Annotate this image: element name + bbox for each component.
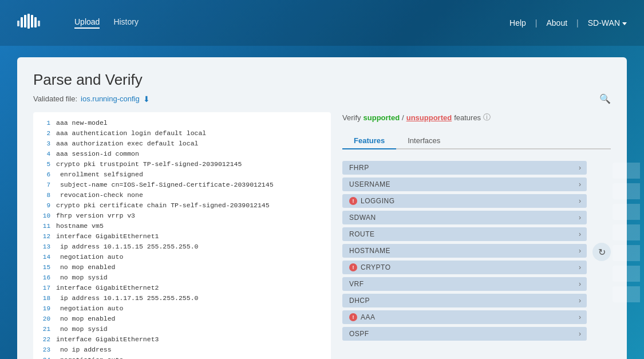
chevron-right-icon: › xyxy=(579,297,581,305)
line-code: interface GigabitEthernet3 xyxy=(56,334,159,345)
right-panel: Verify supported / unsupported features … xyxy=(342,112,611,359)
feature-name: USERNAME xyxy=(349,180,390,188)
chevron-right-icon: › xyxy=(579,330,581,338)
validated-label: Validated file: xyxy=(33,94,77,103)
line-number: 15 xyxy=(38,262,50,273)
code-line: 5crypto pki trustpoint TP-self-signed-20… xyxy=(33,159,331,169)
about-link[interactable]: About xyxy=(547,18,568,27)
feature-item-logging[interactable]: !LOGGING› xyxy=(342,194,587,208)
code-panel: 1aaa new-model2aaa authentication login … xyxy=(33,112,331,359)
line-number: 9 xyxy=(38,200,50,211)
search-icon[interactable]: 🔍 xyxy=(599,93,611,104)
code-line: 16 no mop sysid xyxy=(33,273,331,283)
feature-name: AAA xyxy=(361,313,376,321)
slash: / xyxy=(402,113,404,122)
line-number: 5 xyxy=(38,159,50,169)
line-code: interface GigabitEthernet2 xyxy=(56,283,159,293)
nav-upload[interactable]: Upload xyxy=(74,17,100,29)
feature-item-aaa[interactable]: !AAA› xyxy=(342,310,587,324)
svg-rect-6 xyxy=(38,21,40,26)
line-number: 20 xyxy=(38,314,50,324)
nav-history[interactable]: History xyxy=(113,17,139,29)
info-icon[interactable]: ⓘ xyxy=(483,112,491,123)
feature-item-dhcp[interactable]: DHCP› xyxy=(342,294,587,307)
line-number: 13 xyxy=(38,242,50,252)
header-right: Help | About | SD-WAN xyxy=(509,18,627,27)
feature-and-refresh: FHRP›USERNAME›!LOGGING›SDWAN›ROUTE›HOSTN… xyxy=(342,161,611,341)
feature-item-sdwan[interactable]: SDWAN› xyxy=(342,211,587,224)
code-line: 20 no mop enabled xyxy=(33,314,331,324)
validated-file: Validated file: ios.running-config ⬇ xyxy=(33,94,150,104)
line-number: 22 xyxy=(38,334,50,345)
warning-dot: ! xyxy=(349,197,357,205)
svg-rect-3 xyxy=(27,14,30,29)
features-label: features xyxy=(454,113,481,122)
feature-item-vrf[interactable]: VRF› xyxy=(342,277,587,291)
chevron-right-icon: › xyxy=(579,313,581,321)
line-number: 10 xyxy=(38,211,50,221)
line-code: negotiation auto xyxy=(56,252,123,262)
feature-left: DHCP xyxy=(349,297,370,305)
svg-rect-1 xyxy=(21,17,23,27)
feature-item-route[interactable]: ROUTE› xyxy=(342,227,587,241)
warning-dot: ! xyxy=(349,313,357,321)
warning-dot: ! xyxy=(349,263,357,271)
line-code: crypto pki certificate chain TP-self-sig… xyxy=(56,200,270,211)
line-code: hostname vm5 xyxy=(56,221,104,231)
code-lines: 1aaa new-model2aaa authentication login … xyxy=(33,112,331,359)
code-line: 19 negotiation auto xyxy=(33,303,331,314)
line-number: 2 xyxy=(38,128,50,139)
code-line: 15 no mop enabled xyxy=(33,262,331,273)
line-number: 6 xyxy=(38,169,50,180)
main-nav: Upload History xyxy=(74,17,509,29)
validated-file-row: Validated file: ios.running-config ⬇ 🔍 xyxy=(33,93,611,104)
tab-interfaces[interactable]: Interfaces xyxy=(396,133,452,149)
unsupported-label: unsupported xyxy=(406,113,452,122)
svg-rect-0 xyxy=(17,21,19,26)
line-number: 16 xyxy=(38,273,50,283)
supported-label: supported xyxy=(364,113,400,122)
code-line: 11hostname vm5 xyxy=(33,221,331,231)
feature-name: HOSTNAME xyxy=(349,247,390,255)
feature-left: VRF xyxy=(349,280,364,288)
line-code: ip address 10.1.15.15 255.255.255.0 xyxy=(56,242,198,252)
line-number: 3 xyxy=(38,139,50,149)
verify-label: Verify xyxy=(342,113,361,122)
line-number: 23 xyxy=(38,345,50,355)
feature-name: SDWAN xyxy=(349,214,376,222)
code-line: 1aaa new-model xyxy=(33,118,331,128)
line-number: 4 xyxy=(38,149,50,159)
tab-features[interactable]: Features xyxy=(342,133,396,149)
chevron-right-icon: › xyxy=(579,197,581,205)
feature-item-fhrp[interactable]: FHRP› xyxy=(342,161,587,175)
download-icon[interactable]: ⬇ xyxy=(143,94,150,104)
feature-item-hostname[interactable]: HOSTNAME› xyxy=(342,244,587,258)
svg-rect-4 xyxy=(31,15,33,27)
feature-name: ROUTE xyxy=(349,230,375,238)
content-panels: 1aaa new-model2aaa authentication login … xyxy=(33,112,611,359)
code-line: 23 no ip address xyxy=(33,345,331,355)
chevron-right-icon: › xyxy=(579,230,581,238)
feature-item-ospf[interactable]: OSPF› xyxy=(342,327,587,341)
help-link[interactable]: Help xyxy=(509,18,526,27)
feature-left: OSPF xyxy=(349,330,369,338)
feature-left: !CRYPTO xyxy=(349,263,391,271)
line-code: revocation-check none xyxy=(56,190,143,200)
code-line: 6 enrollment selfsigned xyxy=(33,169,331,180)
code-line: 22interface GigabitEthernet3 xyxy=(33,334,331,345)
feature-item-crypto[interactable]: !CRYPTO› xyxy=(342,261,587,274)
feature-item-username[interactable]: USERNAME› xyxy=(342,177,587,191)
refresh-button[interactable]: ↻ xyxy=(592,243,611,261)
code-line: 12interface GigabitEthernet1 xyxy=(33,231,331,242)
line-code: no mop enabled xyxy=(56,314,116,324)
line-code: negotiation auto xyxy=(56,303,123,314)
code-line: 8 revocation-check none xyxy=(33,190,331,200)
chevron-right-icon: › xyxy=(579,263,581,271)
sep2: | xyxy=(576,18,579,27)
page-title: Parse and Verify xyxy=(33,71,611,89)
line-code: ip address 10.1.17.15 255.255.255.0 xyxy=(56,293,198,303)
code-line: 21 no mop sysid xyxy=(33,324,331,334)
line-number: 7 xyxy=(38,180,50,190)
feature-left: !AAA xyxy=(349,313,376,321)
chevron-right-icon: › xyxy=(579,164,581,172)
